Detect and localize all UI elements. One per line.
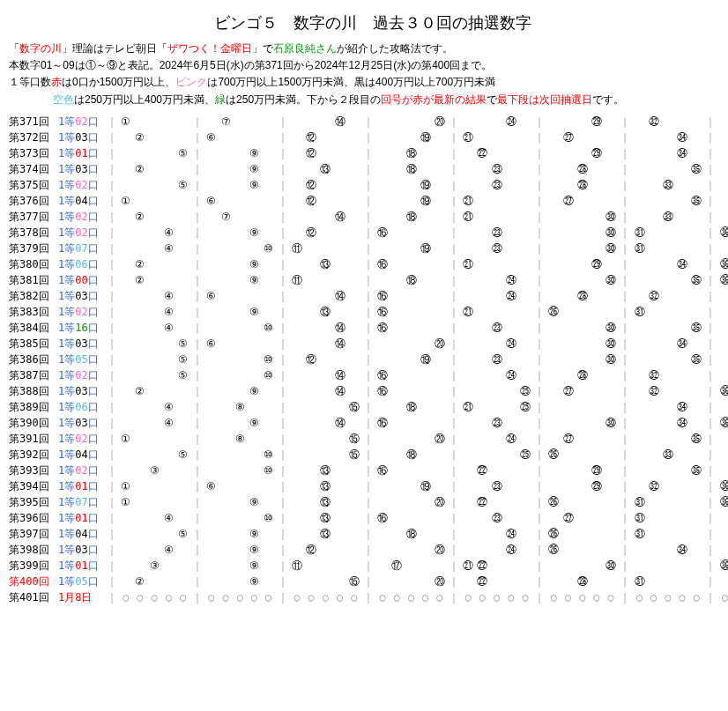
number-cell: [346, 241, 360, 256]
number-cell: ㉜: [646, 383, 660, 399]
group-divider: ｜: [618, 510, 632, 526]
number-cell: ㉜: [646, 114, 660, 130]
number-cell: ㉖: [546, 494, 561, 510]
number-cell: [717, 367, 728, 383]
number-cell: [147, 114, 161, 130]
group-divider: ｜: [618, 431, 632, 447]
group-divider: ｜: [532, 447, 546, 463]
number-cell: [118, 256, 132, 272]
number-cell: [147, 447, 161, 463]
number-cell: ○: [233, 589, 247, 605]
number-cell: [332, 193, 346, 209]
group-divider: ｜: [532, 177, 546, 193]
number-cell: [233, 463, 247, 478]
number-cell: [175, 304, 189, 320]
group-divider: ｜: [189, 399, 204, 415]
group-divider: ｜: [447, 304, 461, 320]
number-cell: ㉔: [503, 336, 517, 352]
number-cell: [546, 145, 561, 161]
number-cell: [175, 558, 189, 574]
number-cell: [404, 494, 418, 510]
number-cell: [404, 288, 418, 304]
group-divider: ｜: [275, 542, 289, 558]
number-cell: [118, 320, 132, 336]
number-cell: [561, 526, 575, 542]
number-cell: [575, 145, 589, 161]
group-divider: ｜: [360, 589, 375, 605]
number-cell: [261, 225, 275, 241]
number-cell: [304, 383, 318, 399]
number-cell: ②: [132, 574, 146, 589]
number-cell: [432, 209, 446, 225]
number-cell: [233, 478, 247, 494]
number-cell: [204, 510, 218, 526]
number-cell: [404, 320, 418, 336]
number-cell: [561, 558, 575, 574]
number-cell: ㉓: [489, 161, 503, 177]
number-cell: [346, 130, 360, 145]
number-cell: [461, 114, 475, 130]
number-cell: ㊱: [717, 558, 728, 574]
group-divider: ｜: [532, 399, 546, 415]
number-cell: [660, 494, 674, 510]
number-cell: [332, 542, 346, 558]
number-cell: [689, 177, 703, 193]
number-cell: [318, 542, 332, 558]
number-cell: [147, 145, 161, 161]
group-divider: ｜: [275, 145, 289, 161]
number-cell: ㉙: [589, 463, 603, 478]
group-divider: ｜: [447, 193, 461, 209]
number-cell: [675, 209, 689, 225]
number-cell: [432, 272, 446, 288]
number-cell: ○: [375, 589, 390, 605]
number-cell: [289, 542, 303, 558]
number-cell: ㉚: [604, 352, 618, 367]
number-cell: [219, 336, 233, 352]
table-row: 第374回1等03口｜ ② ｜ ⑨ ｜ ⑬ ｜ ⑱ ｜ ㉓ ｜ ㉘ ｜ ㉟｜ ㊲…: [9, 161, 728, 177]
number-cell: [175, 574, 189, 589]
number-cell: ㉙: [589, 145, 603, 161]
number-cell: [390, 574, 404, 589]
table-row: 第376回1等04口｜① ｜⑥ ｜ ⑫ ｜ ⑲ ｜㉑ ｜ ㉗ ｜ ㉟｜ ㊳ ｜: [9, 193, 728, 209]
group-divider: ｜: [104, 415, 118, 431]
number-cell: [375, 272, 390, 288]
number-cell: [247, 336, 261, 352]
number-cell: [503, 352, 517, 367]
number-cell: [132, 241, 146, 256]
number-cell: [289, 478, 303, 494]
number-cell: [589, 304, 603, 320]
group-divider: ｜: [360, 494, 375, 510]
number-cell: ㉞: [675, 130, 689, 145]
number-cell: [503, 225, 517, 241]
group-divider: ｜: [532, 336, 546, 352]
group-divider: ｜: [618, 130, 632, 145]
number-cell: ㉑: [461, 399, 475, 415]
number-cell: [346, 510, 360, 526]
group-divider: ｜: [447, 510, 461, 526]
number-cell: [132, 494, 146, 510]
number-cell: ⑬: [318, 494, 332, 510]
number-cell: [118, 209, 132, 225]
number-cell: [261, 415, 275, 431]
group-divider: ｜: [618, 256, 632, 272]
group-divider: ｜: [189, 114, 204, 130]
number-cell: [304, 558, 318, 574]
number-cell: [660, 352, 674, 367]
number-cell: [646, 336, 660, 352]
group-divider: ｜: [703, 494, 717, 510]
group-divider: ｜: [360, 558, 375, 574]
number-cell: ⑲: [418, 193, 432, 209]
number-cell: [375, 494, 390, 510]
number-cell: [489, 193, 503, 209]
number-cell: [318, 193, 332, 209]
number-cell: [147, 193, 161, 209]
number-cell: [375, 209, 390, 225]
number-cell: [132, 288, 146, 304]
number-cell: ㊱: [717, 415, 728, 431]
number-cell: [432, 510, 446, 526]
number-cell: [332, 478, 346, 494]
number-cell: [646, 494, 660, 510]
number-cell: [432, 415, 446, 431]
group-divider: ｜: [189, 478, 204, 494]
table-row: 第387回1等02口｜ ⑤｜ ⑩｜ ⑭ ｜⑯ ｜ ㉔ ｜ ㉘ ｜ ㉜ ｜ ㊵｜: [9, 367, 728, 383]
